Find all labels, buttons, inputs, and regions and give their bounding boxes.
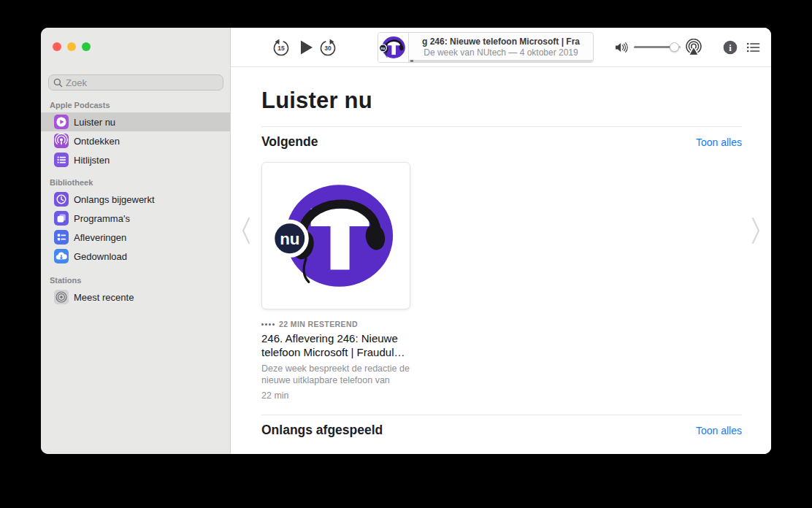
volume-slider-knob[interactable] <box>670 42 679 52</box>
queue-button[interactable] <box>746 41 760 57</box>
svg-text:i: i <box>729 42 732 53</box>
section-title-volgende: Volgende <box>261 134 318 150</box>
divider <box>261 415 742 415</box>
charts-list-icon <box>54 153 69 167</box>
toon-alles-link-onlangs[interactable]: Toon alles <box>696 425 742 436</box>
volume-slider[interactable] <box>634 46 681 48</box>
skip-back-15-button[interactable]: 15 <box>272 38 291 60</box>
playhead[interactable] <box>410 60 413 62</box>
volume-icon <box>615 42 629 56</box>
queue-icon <box>746 41 760 54</box>
podcasts-window: Apple Podcasts Luister nu <box>41 28 771 454</box>
now-playing-progress[interactable] <box>409 60 593 62</box>
carousel-next-button[interactable] <box>751 216 762 248</box>
shows-stack-icon <box>54 211 69 226</box>
sidebar-item-label: Hitlijsten <box>74 155 110 166</box>
toon-alles-link-volgende[interactable]: Toon alles <box>696 136 742 148</box>
sidebar-section-apple-podcasts: Apple Podcasts <box>41 99 230 112</box>
sidebar-item-luister-nu[interactable]: Luister nu <box>41 112 230 131</box>
broadcast-icon <box>54 290 69 304</box>
download-cloud-icon <box>54 249 69 263</box>
sidebar-item-afleveringen[interactable]: Afleveringen <box>41 228 230 247</box>
info-icon: i <box>723 40 738 55</box>
episode-duration: 22 min <box>261 390 412 401</box>
sidebar-item-programmas[interactable]: Programma's <box>41 209 230 228</box>
sidebar-section-stations: Stations <box>41 274 230 288</box>
sidebar-item-label: Luister nu <box>74 117 115 128</box>
clock-icon <box>54 192 69 207</box>
window-controls <box>53 42 91 51</box>
content: Luister nu Volgende Toon alles <box>231 67 771 454</box>
volgende-header: Volgende Toon alles <box>261 134 742 150</box>
now-playing-bar[interactable]: g 246: Nieuwe telefoon Microsoft | Fra D… <box>378 32 594 63</box>
chevron-left-icon <box>240 216 250 245</box>
main-area: 15 30 g 246: Nieuwe <box>231 28 771 454</box>
now-playing-artwork <box>378 33 409 62</box>
search-input[interactable] <box>66 77 218 88</box>
episodes-list-icon <box>54 230 69 245</box>
sidebar-item-label: Afleveringen <box>74 232 126 243</box>
minimize-button[interactable] <box>67 42 76 51</box>
sidebar-item-label: Ontdekken <box>74 136 120 147</box>
sidebar-section-bibliotheek: Bibliotheek <box>41 177 230 190</box>
zoom-button[interactable] <box>82 42 91 51</box>
sidebar-item-ontdekken[interactable]: Ontdekken <box>41 131 230 150</box>
svg-text:30: 30 <box>324 45 332 52</box>
airplay-icon <box>685 39 702 56</box>
close-button[interactable] <box>53 42 61 51</box>
section-title-onlangs: Onlangs afgespeeld <box>261 423 383 438</box>
play-circle-icon <box>54 115 69 129</box>
sidebar-item-label: Programma's <box>74 213 130 224</box>
airplay-button[interactable] <box>685 39 702 59</box>
search-icon <box>53 78 63 88</box>
remaining-label: 22 MIN RESTEREND <box>279 320 358 328</box>
sidebar-item-gedownload[interactable]: Gedownload <box>41 247 230 266</box>
sidebar-list: Apple Podcasts Luister nu <box>41 99 230 307</box>
svg-text:15: 15 <box>277 45 285 52</box>
sidebar: Apple Podcasts Luister nu <box>41 28 231 454</box>
skip-forward-30-button[interactable]: 30 <box>318 38 337 60</box>
now-playing-subtitle: De week van NUtech — 4 oktober 2019 <box>409 47 593 58</box>
onlangs-header: Onlangs afgespeeld Toon alles <box>261 423 742 438</box>
sidebar-item-meest-recente[interactable]: Meest recente <box>41 288 230 307</box>
chevron-right-icon <box>751 216 762 245</box>
episode-description: Deze week bespreekt de redactie de nieuw… <box>261 363 412 386</box>
skip-back-15-icon: 15 <box>272 38 291 57</box>
sidebar-item-onlangs-bijgewerkt[interactable]: Onlangs bijgewerkt <box>41 190 230 209</box>
now-playing-info: g 246: Nieuwe telefoon Microsoft | Fra D… <box>409 33 593 62</box>
toolbar: 15 30 g 246: Nieuwe <box>231 28 771 67</box>
divider <box>261 126 742 127</box>
carousel-prev-button[interactable] <box>240 216 250 248</box>
podcast-icon <box>54 134 69 148</box>
episode-card[interactable]: 22 MIN RESTEREND 246. Aflevering 246: Ni… <box>261 162 412 401</box>
sidebar-item-label: Onlangs bijgewerkt <box>74 194 155 205</box>
episode-title[interactable]: 246. Aflevering 246: Nieuwe telefoon Mic… <box>261 332 412 359</box>
skip-forward-30-icon: 30 <box>318 38 337 57</box>
now-playing-title: g 246: Nieuwe telefoon Microsoft | Fra <box>409 36 593 47</box>
play-icon <box>299 39 314 55</box>
play-button[interactable] <box>299 39 314 58</box>
episode-artwork[interactable] <box>261 162 410 309</box>
info-button[interactable]: i <box>723 40 738 58</box>
sidebar-item-label: Meest recente <box>74 292 134 303</box>
search-field[interactable] <box>48 74 223 91</box>
remaining-row: 22 MIN RESTEREND <box>261 320 412 328</box>
sidebar-item-label: Gedownload <box>74 251 127 262</box>
sidebar-item-hitlijsten[interactable]: Hitlijsten <box>41 150 230 169</box>
page-title: Luister nu <box>261 88 372 114</box>
progress-dots <box>261 323 275 326</box>
